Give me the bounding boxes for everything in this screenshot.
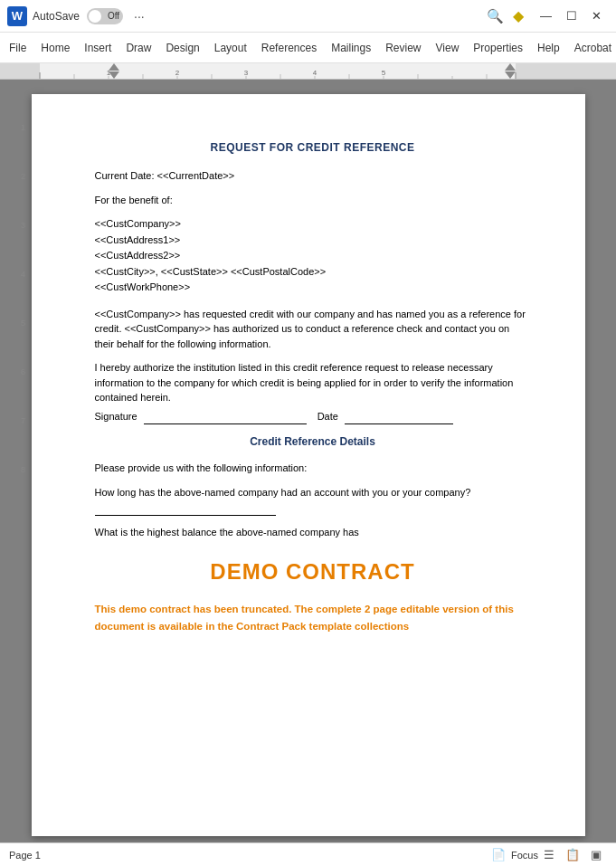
menu-insert[interactable]: Insert — [77, 36, 118, 60]
status-icon-layout[interactable]: ▣ — [591, 848, 602, 861]
status-icon-clipboard[interactable]: 📋 — [565, 848, 580, 861]
search-icon[interactable]: 🔍 — [487, 8, 504, 24]
provide-info: Please provide us with the following inf… — [95, 461, 531, 476]
status-icon-grid[interactable]: ☰ — [544, 848, 554, 861]
menu-mailings[interactable]: Mailings — [324, 36, 378, 60]
date-label: Date — [317, 409, 338, 424]
word-icon: W — [7, 6, 27, 26]
menu-references[interactable]: References — [254, 36, 324, 60]
margin-mark-4: 4 — [21, 250, 25, 299]
minimize-button[interactable]: — — [533, 5, 559, 26]
signature-line: Signature Date — [95, 409, 531, 425]
autosave-label: AutoSave — [33, 10, 80, 23]
menu-bar: File Home Insert Draw Design Layout Refe… — [0, 33, 616, 63]
menu-view[interactable]: View — [429, 36, 467, 60]
svg-text:4: 4 — [313, 69, 317, 77]
current-date-line: Current Date: <<CurrentDate>> — [95, 168, 531, 184]
demo-banner: DEMO CONTRACT — [95, 556, 531, 588]
menu-help[interactable]: Help — [530, 36, 567, 60]
address-block: <<CustCompany>> <<CustAddress1>> <<CustA… — [95, 216, 531, 296]
close-button[interactable]: ✕ — [584, 5, 609, 26]
signature-label: Signature — [95, 409, 137, 424]
status-icon-doc[interactable]: 📄 — [491, 848, 506, 861]
cust-city-state: <<CustCity>>, <<CustState>> <<CustPostal… — [95, 264, 531, 281]
diamond-icon: ◆ — [513, 7, 524, 24]
menu-properties[interactable]: Properties — [466, 36, 530, 60]
page-info: Page 1 — [9, 850, 41, 861]
margin-marks: 1 2 3 4 5 6 7 8 — [15, 103, 32, 494]
date-underline — [345, 409, 453, 425]
title-ellipsis[interactable]: ··· — [134, 9, 145, 24]
authorization-paragraph: I hereby authorize the institution liste… — [95, 360, 531, 424]
margin-mark-5: 5 — [21, 299, 25, 347]
q1-field — [95, 500, 276, 516]
ruler-svg: 1 2 3 4 5 — [0, 63, 616, 80]
focus-label[interactable]: Focus — [511, 850, 538, 861]
menu-file[interactable]: File — [2, 36, 33, 60]
title-bar: W AutoSave Off ··· 🔍 ◆ — ☐ ✕ — [0, 0, 616, 33]
margin-mark-2: 2 — [21, 152, 25, 201]
menu-design[interactable]: Design — [158, 36, 206, 60]
question1: How long has the above-named company had… — [95, 485, 531, 516]
margin-mark-8: 8 — [21, 445, 25, 494]
margin-mark-6: 6 — [21, 347, 25, 396]
document-title: REQUEST FOR CREDIT REFERENCE — [95, 139, 531, 156]
svg-text:2: 2 — [175, 69, 180, 77]
margin-mark-7: 7 — [21, 396, 25, 445]
signature-underline — [144, 409, 307, 425]
svg-text:5: 5 — [382, 69, 386, 77]
margin-mark-1: 1 — [21, 103, 25, 152]
status-bar: Page 1 📄 Focus ☰ 📋 ▣ — [0, 842, 616, 866]
cust-address1: <<CustAddress1>> — [95, 233, 531, 249]
maximize-button[interactable]: ☐ — [559, 5, 584, 26]
svg-rect-1 — [0, 63, 40, 80]
for-benefit-line: For the benefit of: — [95, 193, 531, 208]
svg-text:3: 3 — [244, 69, 249, 77]
svg-rect-2 — [516, 63, 616, 80]
document-area: 1 2 3 4 5 6 7 8 REQUEST FOR CREDIT REFER… — [0, 80, 616, 842]
question2: What is the highest balance the above-na… — [95, 525, 531, 540]
menu-review[interactable]: Review — [378, 36, 428, 60]
cust-workphone: <<CustWorkPhone>> — [95, 280, 531, 296]
toggle-state-label: Off — [108, 11, 119, 21]
section-title: Credit Reference Details — [95, 433, 531, 450]
document-page[interactable]: REQUEST FOR CREDIT REFERENCE Current Dat… — [32, 94, 585, 836]
menu-home[interactable]: Home — [33, 36, 77, 60]
cust-company: <<CustCompany>> — [95, 216, 531, 233]
menu-draw[interactable]: Draw — [118, 36, 158, 60]
body-paragraph: <<CustCompany>> has requested credit wit… — [95, 307, 531, 352]
demo-notice: This demo contract has been truncated. T… — [95, 601, 531, 634]
menu-acrobat[interactable]: Acrobat — [567, 36, 616, 60]
cust-address2: <<CustAddress2>> — [95, 248, 531, 264]
ruler: 1 2 3 4 5 — [0, 63, 616, 80]
margin-mark-3: 3 — [21, 201, 25, 250]
menu-layout[interactable]: Layout — [207, 36, 254, 60]
autosave-toggle[interactable]: Off — [87, 8, 123, 24]
